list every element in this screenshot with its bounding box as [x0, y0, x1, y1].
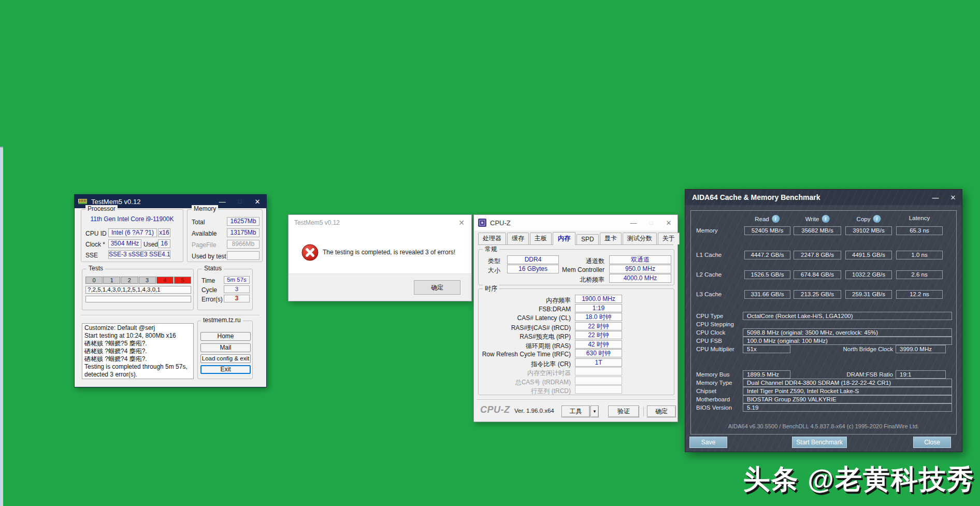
l3-copy: 259.31 GB/s — [845, 290, 892, 299]
bios-version-value: 5.19 — [743, 403, 952, 412]
ok-button[interactable]: 确定 — [647, 406, 676, 417]
info-icon[interactable]: i — [772, 215, 780, 223]
test-cell-3[interactable]: 3 — [139, 277, 156, 284]
log-line: 硒栳赅 ?蝈搋?5 麇疱?. — [84, 340, 191, 348]
cas-latency-label: CAS# Latency (CL) — [479, 314, 571, 322]
errors-value: 3 — [224, 295, 250, 302]
close-icon[interactable]: ✕ — [458, 219, 465, 227]
column-header-latency: Latency — [909, 215, 930, 221]
test-cell-1[interactable]: 1 — [103, 277, 120, 284]
cpuz-app-icon — [478, 219, 486, 227]
cpu-type-label: CPU Type — [696, 313, 723, 319]
l1-copy: 4491.5 GB/s — [845, 251, 892, 259]
testmem5-app-icon — [78, 198, 88, 205]
time-value: 5m 57s — [224, 276, 250, 284]
cpu-stepping-label: CPU Stepping — [696, 321, 734, 327]
mail-button[interactable]: Mail — [200, 343, 251, 352]
row-label-l1: L1 Cache — [696, 252, 722, 258]
test-cell-4-error[interactable]: 4 — [156, 277, 174, 284]
memory-bus-value: 1899.5 MHz — [743, 370, 790, 379]
site-group-caption: testmem.tz.ru — [201, 316, 243, 324]
total-label: Total — [192, 219, 205, 226]
timings-group-caption: 时序 — [483, 284, 499, 293]
close-button[interactable]: Close — [913, 437, 951, 448]
tab-about[interactable]: 关于 — [658, 233, 680, 244]
cpu-id-value: Intel (6 ?A7 ?1) — [108, 228, 157, 237]
tab-spd[interactable]: SPD — [577, 234, 599, 244]
cpu-name: 11th Gen Intel Core i9-11900K — [81, 215, 183, 223]
info-icon[interactable]: i — [822, 215, 829, 223]
used-by-test-label: Used by test — [192, 253, 226, 260]
test-cell-5-error[interactable]: 5 — [174, 277, 191, 284]
column-header-read: Read i — [755, 215, 780, 223]
fsb-dram-value: 1:19 — [575, 304, 622, 312]
test-cells: 0 1 2 3 4 5 — [85, 277, 191, 284]
validate-button[interactable]: 验证 — [608, 406, 639, 417]
save-button[interactable]: Save — [689, 437, 727, 448]
maximize-icon[interactable]: □ — [231, 195, 249, 208]
maximize-icon[interactable]: □ — [642, 215, 660, 230]
general-group-caption: 常规 — [483, 245, 499, 254]
processor-group: Processor 11th Gen Intel Core i9-11900K … — [81, 209, 183, 262]
test-cell-2[interactable]: 2 — [121, 277, 138, 284]
dialog-titlebar[interactable]: TestMem5 v0.12 ✕ — [289, 215, 471, 230]
info-icon[interactable]: i — [873, 215, 881, 223]
l1-read: 4447.2 GB/s — [744, 251, 790, 259]
l2-write: 674.84 GB/s — [794, 270, 841, 279]
start-benchmark-button[interactable]: Start Benchmark — [792, 437, 847, 448]
dialog-footer: 确定 — [289, 273, 471, 301]
log-line: 硒栳赅 ?蝈搋?4 麇疱?. — [84, 348, 191, 355]
tools-dropdown-icon[interactable]: ▼ — [590, 406, 599, 417]
dialog-title: TestMem5 v0.12 — [294, 219, 340, 226]
home-button[interactable]: Home — [200, 332, 251, 341]
aida64-titlebar[interactable]: AIDA64 Cache & Memory Benchmark — ✕ — [685, 190, 962, 205]
cas-latency-value: 18.0 时钟 — [575, 313, 622, 321]
memory-type-value: Dual Channel DDR4-3800 SDRAM (18-22-22-4… — [743, 379, 952, 387]
tab-caches[interactable]: 缓存 — [507, 233, 529, 244]
tab-mainboard[interactable]: 主板 — [530, 233, 552, 244]
test-sequence-field: ?,2,5,1,4,3,0,1,2,5,1,4,3,0,1 — [85, 286, 191, 294]
tools-button[interactable]: 工具 — [561, 406, 590, 417]
memory-latency: 65.3 ns — [896, 226, 943, 235]
cpuz-version: Ver. 1.96.0.x64 — [514, 408, 554, 414]
processor-group-caption: Processor — [85, 205, 118, 212]
minimize-icon[interactable]: — — [927, 190, 944, 205]
tab-graphics[interactable]: 显卡 — [600, 233, 622, 244]
tab-memory[interactable]: 内存 — [553, 232, 575, 245]
close-icon[interactable]: ✕ — [944, 190, 962, 205]
row-label-memory: Memory — [696, 227, 718, 234]
minimize-icon[interactable]: — — [625, 215, 642, 230]
tras-value: 42 时钟 — [575, 340, 622, 349]
north-bridge-clock-label: North Bridge Clock — [795, 346, 893, 352]
test-log: Customize: Default @serj Start testing a… — [82, 323, 194, 379]
load-config-exit-button[interactable]: Load config & exit — [200, 354, 251, 363]
close-icon[interactable]: ✕ — [660, 215, 678, 230]
cpuz-titlebar[interactable]: CPU-Z — □ ✕ — [474, 215, 678, 230]
cpuz-title: CPU-Z — [490, 219, 511, 227]
timings-group: 时序 内存频率 1900.0 MHz FSB:DRAM 1:19 CAS# La… — [478, 288, 674, 395]
ok-button[interactable]: 确定 — [414, 280, 460, 295]
mem-controller-value: 950.0 MHz — [609, 265, 671, 273]
memory-group: Memory Total 16257Mb Available 13175Mb P… — [187, 209, 263, 262]
test-progress-field — [85, 296, 191, 302]
chipset-label: Chipset — [696, 388, 716, 394]
sse-label: SSE — [85, 252, 98, 259]
tab-processor[interactable]: 处理器 — [478, 233, 506, 244]
mem-type-value: DDR4 — [507, 255, 559, 264]
cpu-multiplier-value: x16 — [158, 228, 170, 237]
sse-value: SSE-3 sSSE3 SSE4.1 — [108, 250, 170, 259]
exit-button[interactable]: Exit — [200, 365, 251, 374]
column-header-write: Write i — [805, 215, 830, 223]
column-header-copy: Copy i — [857, 215, 881, 223]
mem-controller-label: Mem Controller — [536, 266, 604, 273]
memory-group-caption: Memory — [192, 205, 218, 212]
dram-fsb-ratio-value: 19:1 — [896, 370, 946, 379]
test-cell-0[interactable]: 0 — [85, 277, 103, 284]
close-icon[interactable]: ✕ — [249, 195, 266, 208]
trfc-label: Row Refresh Cycle Time (tRFC) — [479, 351, 571, 358]
copy-header-label: Copy — [857, 216, 871, 222]
memory-type-label: Memory Type — [696, 380, 732, 386]
trdram-value — [575, 377, 622, 385]
tab-bench[interactable]: 测试分数 — [623, 233, 657, 244]
cycle-label: Cycle — [201, 286, 217, 294]
